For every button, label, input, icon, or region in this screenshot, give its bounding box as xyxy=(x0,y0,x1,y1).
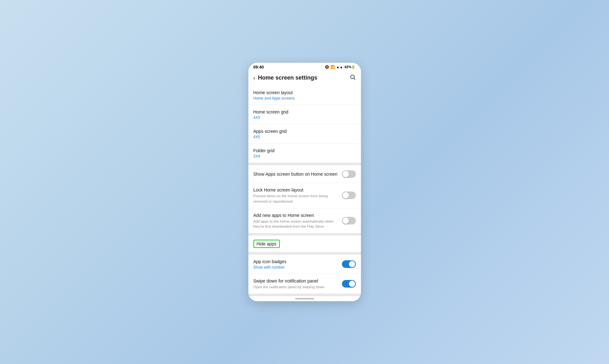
lock-home-toggle[interactable] xyxy=(342,192,356,199)
setting-item-app-icon-badges[interactable]: App icon badges Show with number xyxy=(248,255,361,274)
folder-grid-subtitle: 3X4 xyxy=(253,154,352,159)
signal-icon: ▲▲ xyxy=(336,65,343,69)
add-new-apps-desc: Add apps to the Home screen automaticall… xyxy=(253,219,338,229)
apps-screen-grid-subtitle: 4X5 xyxy=(253,135,352,139)
app-icon-badges-title: App icon badges xyxy=(253,259,338,264)
battery-icon: 42%🔋 xyxy=(344,65,356,69)
app-icon-badges-subtitle: Show with number xyxy=(253,265,338,270)
home-screen-layout-subtitle: Home and Apps screens xyxy=(253,96,352,101)
folder-grid-title: Folder grid xyxy=(253,148,352,153)
search-button[interactable] xyxy=(350,74,356,82)
setting-item-show-apps-button[interactable]: Show Apps screen button on Home screen xyxy=(248,165,361,183)
phone-frame: 09:40 🔕 📶 ▲▲ 42%🔋 ‹ Home screen settings… xyxy=(248,63,361,302)
header: ‹ Home screen settings xyxy=(248,71,361,86)
add-new-apps-toggle[interactable] xyxy=(342,217,356,224)
setting-item-apps-screen-grid[interactable]: Apps screen grid 4X5 xyxy=(248,124,361,144)
grid-section: Home screen layout Home and Apps screens… xyxy=(248,86,361,163)
scroll-indicator xyxy=(248,296,361,301)
setting-item-folder-grid[interactable]: Folder grid 3X4 xyxy=(248,144,361,163)
status-icons: 🔕 📶 ▲▲ 42%🔋 xyxy=(325,65,356,69)
setting-item-lock-home-layout[interactable]: Lock Home screen layout Prevent items on… xyxy=(248,183,361,208)
badges-section: App icon badges Show with number Swipe d… xyxy=(248,255,361,294)
hide-apps-section: Hide apps xyxy=(248,236,361,252)
show-apps-toggle[interactable] xyxy=(342,170,356,178)
status-bar: 09:40 🔕 📶 ▲▲ 42%🔋 xyxy=(248,63,361,71)
status-time: 09:40 xyxy=(253,65,264,69)
svg-line-1 xyxy=(354,78,355,79)
swipe-notification-desc: Open the notification panel by swiping d… xyxy=(253,284,338,289)
back-button[interactable]: ‹ xyxy=(253,75,256,81)
add-new-apps-title: Add new apps to Home screen xyxy=(253,212,338,218)
swipe-notification-title: Swipe down for notification panel xyxy=(253,278,338,284)
show-apps-button-title: Show Apps screen button on Home screen xyxy=(253,171,338,177)
apps-screen-grid-title: Apps screen grid xyxy=(253,128,352,134)
setting-item-home-screen-grid[interactable]: Home screen grid 4X5 xyxy=(248,105,361,124)
home-screen-layout-title: Home screen layout xyxy=(253,90,352,95)
home-screen-grid-title: Home screen grid xyxy=(253,109,352,115)
hide-apps-label: Hide apps xyxy=(253,240,280,248)
scroll-bar xyxy=(295,298,314,299)
home-screen-grid-subtitle: 4X5 xyxy=(253,115,352,120)
app-icon-badges-toggle[interactable] xyxy=(342,260,356,268)
wifi-icon: 📶 xyxy=(331,65,335,69)
setting-item-hide-apps[interactable]: Hide apps xyxy=(248,236,361,252)
lock-home-layout-desc: Prevent items on the Home screen from be… xyxy=(253,193,338,204)
setting-item-swipe-notification[interactable]: Swipe down for notification panel Open t… xyxy=(248,274,361,294)
setting-item-home-screen-layout[interactable]: Home screen layout Home and Apps screens xyxy=(248,86,361,105)
notification-mute-icon: 🔕 xyxy=(325,65,329,69)
swipe-notification-toggle[interactable] xyxy=(342,280,356,288)
lock-home-layout-title: Lock Home screen layout xyxy=(253,187,338,193)
settings-content: Home screen layout Home and Apps screens… xyxy=(248,86,361,296)
page-title: Home screen settings xyxy=(258,75,347,81)
setting-item-add-new-apps[interactable]: Add new apps to Home screen Add apps to … xyxy=(248,208,361,233)
toggle-section: Show Apps screen button on Home screen L… xyxy=(248,165,361,233)
